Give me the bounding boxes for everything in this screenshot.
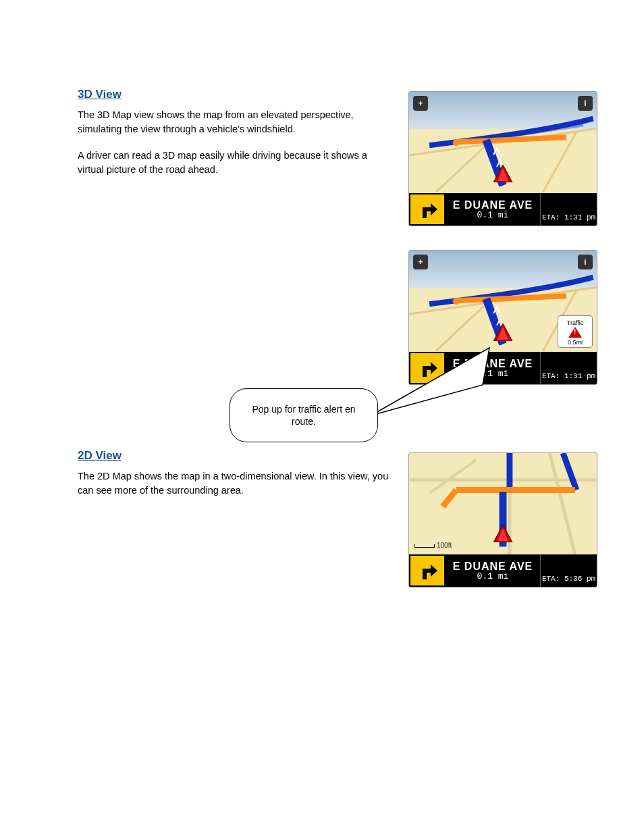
svg-line-21	[563, 453, 576, 490]
svg-line-22	[443, 490, 456, 506]
callout-text: Pop up for traffic alert en route.	[240, 403, 368, 427]
turn-right-icon[interactable]	[409, 554, 446, 587]
nav-screenshot-3d-traffic: + i Traffic 0.5mi E DUANE AVE	[408, 250, 597, 385]
nav-status-bar: E DUANE AVE 0.1 mi ETA: 5:36 pm	[409, 554, 597, 587]
status-center: E DUANE AVE 0.1 mi	[446, 352, 540, 384]
vehicle-marker-icon	[493, 525, 512, 545]
svg-point-12	[453, 298, 460, 305]
turn-right-icon[interactable]	[409, 193, 446, 226]
nav-status-bar: E DUANE AVE 0.1 mi ETA: 1:31 pm	[409, 193, 597, 226]
callout-bubble: Pop up for traffic alert en route.	[230, 388, 378, 442]
traffic-popup-title: Traffic	[567, 319, 584, 326]
turn-right-icon[interactable]	[409, 352, 446, 384]
vehicle-marker-icon	[493, 165, 512, 185]
traffic-alert-popup[interactable]: Traffic 0.5mi	[558, 315, 593, 348]
nav-screenshot-2d: 100ft E DUANE AVE 0.1 mi ETA: 5:36 pm	[408, 452, 597, 588]
map-scale: 100ft	[414, 542, 452, 549]
section-3d-view: 3D View The 3D Map view shows the map fr…	[78, 88, 395, 189]
nav-screenshot-3d: + i E DUANE AVE 0.1 mi ETA:	[408, 91, 597, 226]
callout-pointer	[368, 378, 503, 446]
paragraph-2d-1: The 2D Map shows the map in a two-dimens…	[78, 469, 395, 498]
traffic-popup-distance: 0.5mi	[568, 339, 583, 346]
vehicle-marker-icon	[493, 323, 512, 344]
heading-2d-view: 2D View	[78, 449, 395, 463]
svg-line-2	[543, 132, 576, 192]
paragraph-3d-1: The 3D Map view shows the map from an el…	[78, 108, 395, 136]
eta-label[interactable]: ETA: 5:36 pm	[540, 554, 597, 587]
paragraph-3d-2: A driver can read a 3D map easily while …	[78, 149, 395, 177]
nav-status-bar: E DUANE AVE 0.1 mi ETA: 1:31 pm	[409, 352, 597, 384]
status-center: E DUANE AVE 0.1 mi	[446, 554, 540, 587]
scale-label: 100ft	[437, 542, 452, 549]
eta-label[interactable]: ETA: 1:31 pm	[540, 352, 597, 384]
section-2d-view: 2D View The 2D Map shows the map in a tw…	[78, 449, 395, 510]
eta-label[interactable]: ETA: 1:31 pm	[540, 193, 597, 226]
distance-label: 0.1 mi	[477, 210, 509, 220]
distance-label: 0.1 mi	[477, 571, 509, 581]
distance-label: 0.1 mi	[477, 369, 509, 379]
status-center: E DUANE AVE 0.1 mi	[446, 193, 540, 226]
heading-3d-view: 3D View	[78, 88, 395, 101]
svg-point-4	[453, 139, 460, 146]
warning-icon	[568, 327, 582, 338]
